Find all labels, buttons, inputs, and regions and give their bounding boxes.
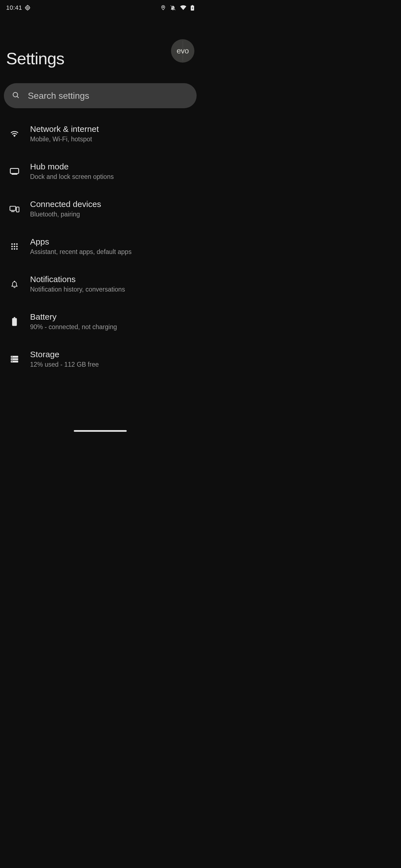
setting-title: Notifications <box>30 275 192 284</box>
svg-point-13 <box>12 211 13 212</box>
setting-item-network[interactable]: Network & internet Mobile, Wi-Fi, hotspo… <box>0 115 200 152</box>
storage-icon <box>9 353 20 365</box>
svg-rect-8 <box>10 168 19 173</box>
setting-subtitle: 12% used - 112 GB free <box>30 361 192 368</box>
svg-point-19 <box>16 246 18 247</box>
avatar-text: evo <box>176 46 189 55</box>
wifi-icon <box>9 128 20 140</box>
battery-icon <box>9 316 20 327</box>
settings-list: Network & internet Mobile, Wi-Fi, hotspo… <box>0 108 200 378</box>
header: evo Settings <box>0 16 200 79</box>
setting-item-notifications[interactable]: Notifications Notification history, conv… <box>0 265 200 303</box>
battery-icon <box>191 5 194 11</box>
page-title: Settings <box>6 49 194 68</box>
wifi-icon <box>180 5 187 10</box>
svg-point-0 <box>27 7 28 9</box>
svg-point-20 <box>11 248 13 250</box>
setting-title: Hub mode <box>30 162 192 172</box>
setting-subtitle: Bluetooth, pairing <box>30 211 192 218</box>
setting-subtitle: Dock and lock screen options <box>30 173 192 181</box>
apps-grid-icon <box>9 241 20 252</box>
search-icon <box>12 91 20 100</box>
search-placeholder: Search settings <box>28 91 89 101</box>
svg-point-14 <box>11 243 13 245</box>
svg-rect-10 <box>10 206 16 210</box>
gear-icon <box>25 5 31 11</box>
setting-item-battery[interactable]: Battery 90% - connected, not charging <box>0 303 200 340</box>
status-left: 10:41 <box>6 4 31 11</box>
devices-icon <box>9 204 20 215</box>
svg-point-17 <box>11 246 13 247</box>
svg-point-22 <box>16 248 18 250</box>
setting-item-connected[interactable]: Connected devices Bluetooth, pairing <box>0 190 200 227</box>
svg-rect-24 <box>13 317 15 318</box>
svg-rect-12 <box>17 207 19 212</box>
search-bar[interactable]: Search settings <box>4 83 197 108</box>
svg-point-6 <box>13 92 18 97</box>
svg-rect-23 <box>12 318 17 326</box>
setting-item-storage[interactable]: Storage 12% used - 112 GB free <box>0 340 200 378</box>
bell-icon <box>9 278 20 289</box>
setting-item-hub[interactable]: Hub mode Dock and lock screen options <box>0 152 200 190</box>
dnd-icon <box>170 5 176 11</box>
location-icon <box>161 5 166 10</box>
setting-title: Battery <box>30 312 192 321</box>
setting-title: Storage <box>30 350 192 359</box>
setting-subtitle: Notification history, conversations <box>30 286 192 293</box>
svg-point-1 <box>163 6 164 7</box>
setting-title: Network & internet <box>30 124 192 134</box>
svg-rect-5 <box>192 5 193 6</box>
svg-point-16 <box>16 243 18 245</box>
svg-line-7 <box>17 96 19 98</box>
status-bar: 10:41 <box>0 0 200 16</box>
svg-point-28 <box>12 356 12 357</box>
tv-icon <box>9 166 20 177</box>
setting-subtitle: 90% - connected, not charging <box>30 323 192 331</box>
svg-point-15 <box>13 243 15 245</box>
setting-subtitle: Mobile, Wi-Fi, hotspot <box>30 135 192 143</box>
setting-title: Connected devices <box>30 199 192 209</box>
nav-handle[interactable] <box>74 430 127 432</box>
status-time: 10:41 <box>6 4 22 11</box>
setting-subtitle: Assistant, recent apps, default apps <box>30 248 192 256</box>
setting-item-apps[interactable]: Apps Assistant, recent apps, default app… <box>0 227 200 265</box>
setting-title: Apps <box>30 237 192 247</box>
svg-point-30 <box>12 361 12 362</box>
svg-point-29 <box>12 359 12 360</box>
svg-point-18 <box>13 246 15 247</box>
avatar[interactable]: evo <box>171 39 194 63</box>
svg-point-21 <box>13 248 15 250</box>
status-right <box>161 5 194 11</box>
